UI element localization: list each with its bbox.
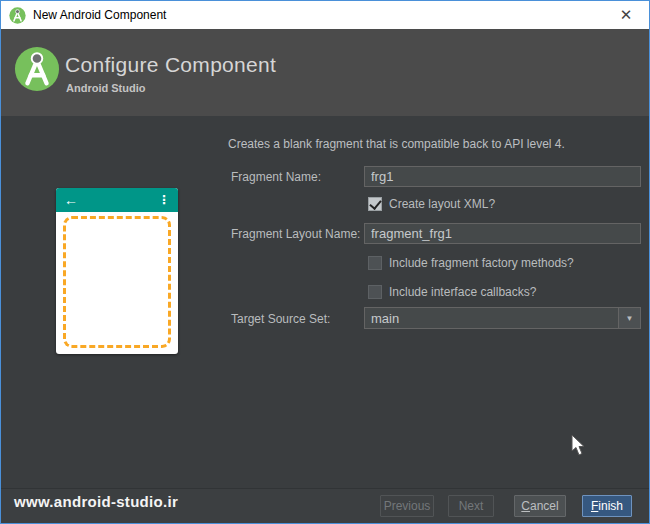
target-source-set-value: main (365, 311, 618, 326)
include-factory-methods-row[interactable]: Include fragment factory methods? (368, 256, 574, 270)
mouse-cursor (571, 434, 586, 457)
android-studio-app-icon (9, 7, 26, 24)
create-layout-xml-checkbox[interactable] (368, 197, 382, 211)
overflow-menu-icon: ⋮ (158, 193, 170, 207)
include-interface-callbacks-checkbox[interactable] (368, 285, 382, 299)
dropdown-button[interactable]: ▼ (618, 308, 640, 328)
wizard-header: Configure Component Android Studio (1, 29, 649, 116)
previous-button[interactable]: Previous (380, 495, 434, 517)
preview-appbar: ← ⋮ (56, 188, 178, 212)
android-studio-logo-icon (14, 46, 60, 92)
finish-button[interactable]: Finish (582, 495, 632, 517)
target-source-set-label: Target Source Set: (231, 312, 330, 326)
create-layout-xml-row[interactable]: Create layout XML? (368, 197, 495, 211)
fragment-layout-name-input[interactable] (364, 223, 641, 244)
page-subtitle: Android Studio (66, 82, 145, 94)
next-button[interactable]: Next (448, 495, 494, 517)
component-preview: ← ⋮ (56, 188, 178, 354)
page-title: Configure Component (65, 53, 276, 77)
new-android-component-dialog: { "window": { "title": "New Android Comp… (0, 0, 650, 524)
include-interface-callbacks-row[interactable]: Include interface callbacks? (368, 285, 536, 299)
chevron-down-icon: ▼ (626, 314, 634, 323)
watermark-text: www.android-studio.ir (14, 493, 178, 510)
back-arrow-icon: ← (64, 192, 78, 208)
preview-fragment-outline (63, 216, 171, 348)
fragment-name-input[interactable] (364, 166, 641, 187)
close-button[interactable]: ✕ (603, 1, 649, 29)
include-interface-callbacks-label: Include interface callbacks? (389, 285, 536, 299)
target-source-set-combobox[interactable]: main ▼ (364, 307, 641, 329)
wizard-footer: www.android-studio.ir Previous Next Canc… (1, 488, 649, 523)
fragment-layout-name-label: Fragment Layout Name: (231, 227, 360, 241)
include-factory-methods-label: Include fragment factory methods? (389, 256, 574, 270)
close-icon: ✕ (620, 6, 633, 24)
include-factory-methods-checkbox[interactable] (368, 256, 382, 270)
window-titlebar: New Android Component ✕ (1, 1, 649, 29)
component-description: Creates a blank fragment that is compati… (228, 137, 565, 151)
fragment-name-label: Fragment Name: (231, 170, 321, 184)
window-title: New Android Component (33, 8, 603, 22)
create-layout-xml-label: Create layout XML? (389, 197, 495, 211)
preview-body (56, 212, 178, 354)
cancel-button[interactable]: Cancel (514, 495, 566, 517)
wizard-content: Creates a blank fragment that is compati… (1, 116, 649, 489)
